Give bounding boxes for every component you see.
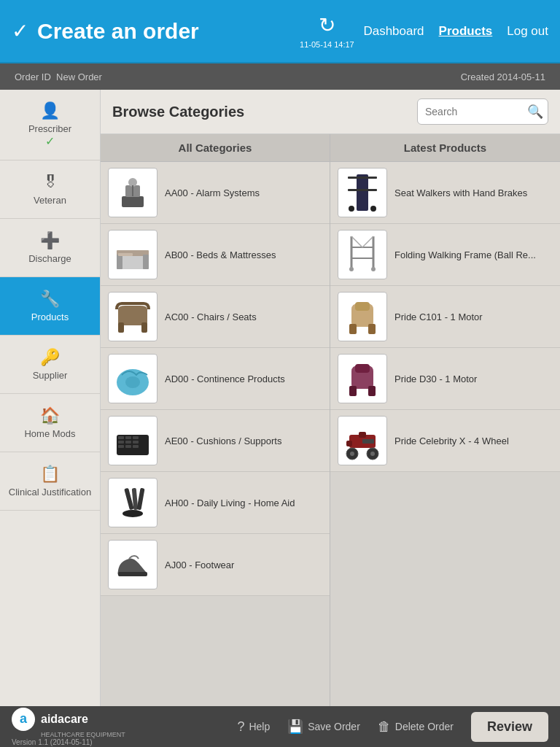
category-thumb-ae00	[108, 416, 158, 465]
sidebar-item-discharge[interactable]: ➕ Discharge	[0, 219, 100, 277]
header-center: ↻ 11-05-14 14:17	[290, 13, 363, 49]
header-datetime: 11-05-14 14:17	[300, 40, 354, 49]
svg-rect-22	[133, 445, 139, 448]
product-item-pride-c101[interactable]: Pride C101 - 1 Motor	[330, 286, 560, 348]
category-item-ae00[interactable]: AE00 - Cushions / Supports	[101, 410, 330, 472]
delete-order-button[interactable]: 🗑 Delete Order	[378, 719, 454, 735]
svg-rect-17	[118, 441, 124, 444]
footer: a aidacare HEALTHCARE EQUIPMENT Version …	[0, 706, 560, 747]
product-label-folding-frame: Folding Walking Frame (Ball Re...	[394, 249, 536, 260]
svg-rect-6	[117, 255, 122, 269]
svg-rect-49	[359, 432, 366, 438]
category-item-ac00[interactable]: AC00 - Chairs / Seats	[101, 286, 330, 348]
search-box[interactable]: 🔍	[417, 98, 548, 125]
product-label-pride-celebrity: Pride Celebrity X - 4 Wheel	[394, 436, 509, 446]
svg-point-26	[122, 510, 143, 517]
sidebar-label-supplier: Supplier	[33, 370, 68, 381]
category-label-ae00: AE00 - Cushions / Supports	[165, 436, 281, 446]
svg-rect-14	[118, 436, 124, 439]
sidebar-label-discharge: Discharge	[28, 253, 71, 264]
search-input[interactable]	[425, 106, 527, 117]
footer-logo: a aidacare HEALTHCARE EQUIPMENT Version …	[12, 708, 125, 746]
svg-point-32	[370, 206, 376, 212]
category-thumb-aa00	[108, 168, 158, 217]
footer-logo-image: a aidacare	[12, 708, 125, 731]
svg-rect-30	[348, 189, 377, 191]
header: ✓ Create an order ↻ 11-05-14 14:17 Dashb…	[0, 0, 560, 63]
sidebar-item-prescriber[interactable]: 👤 Prescriber ✓	[0, 90, 100, 160]
save-order-label: Save Order	[308, 721, 360, 732]
review-button[interactable]: Review	[471, 712, 548, 742]
help-icon: ?	[237, 719, 244, 735]
save-order-button[interactable]: 💾 Save Order	[287, 719, 360, 735]
category-thumb-ad00	[108, 354, 158, 403]
product-item-pride-celebrity[interactable]: Pride Celebrity X - 4 Wheel	[330, 410, 560, 472]
svg-rect-27	[118, 572, 147, 576]
sidebar-label-veteran: Veteran	[34, 195, 66, 206]
svg-rect-15	[125, 436, 131, 439]
category-item-ah00[interactable]: AH00 - Daily Living - Home Aid	[101, 472, 330, 534]
sidebar-item-supplier[interactable]: 🔑 Supplier	[0, 336, 100, 394]
svg-rect-44	[355, 364, 370, 373]
svg-rect-28	[357, 174, 368, 211]
delete-order-label: Delete Order	[395, 721, 454, 732]
footer-logo-text: aidacare	[41, 713, 88, 726]
browse-title: Browse Categories	[112, 104, 244, 120]
latest-products-header: Latest Products	[330, 134, 560, 162]
nav-logout[interactable]: Log out	[507, 24, 548, 39]
product-thumb-seat-walker	[338, 168, 387, 217]
svg-point-12	[125, 376, 140, 388]
all-categories-column: All Categories AA00 - Alarm Systems	[101, 134, 330, 706]
category-label-aa00: AA00 - Alarm Systems	[165, 187, 260, 198]
sidebar-label-products: Products	[31, 311, 69, 322]
product-label-seat-walker: Seat Walkers with Hand Brakes	[394, 187, 527, 198]
footer-logo-sub: HEALTHCARE EQUIPMENT	[41, 731, 125, 738]
nav-dashboard[interactable]: Dashboard	[363, 24, 424, 39]
help-button[interactable]: ? Help	[237, 719, 270, 735]
svg-rect-41	[355, 302, 370, 311]
category-item-aj00[interactable]: AJ00 - Footwear	[101, 534, 330, 596]
product-label-pride-c101: Pride C101 - 1 Motor	[394, 311, 483, 322]
page-title: Create an order	[37, 19, 290, 44]
main-layout: 👤 Prescriber ✓ 🎖 Veteran ➕ Discharge 🔧 P…	[0, 90, 560, 706]
svg-rect-19	[133, 441, 139, 444]
svg-rect-0	[122, 196, 144, 207]
svg-rect-10	[141, 322, 147, 333]
browse-header: Browse Categories 🔍	[101, 90, 560, 134]
prescriber-check-icon: ✓	[45, 134, 55, 148]
nav-products[interactable]: Products	[439, 24, 493, 39]
sidebar-item-veteran[interactable]: 🎖 Veteran	[0, 160, 100, 219]
footer-actions: ? Help 💾 Save Order 🗑 Delete Order Revie…	[237, 712, 548, 742]
search-icon: 🔍	[527, 104, 543, 120]
product-item-seat-walker[interactable]: Seat Walkers with Hand Brakes	[330, 162, 560, 224]
product-item-pride-d30[interactable]: Pride D30 - 1 Motor	[330, 348, 560, 410]
categories-container: All Categories AA00 - Alarm Systems	[101, 134, 560, 706]
svg-point-40	[371, 267, 376, 271]
product-thumb-pride-celebrity	[338, 416, 387, 465]
order-bar: Order ID New Order Created 2014-05-11	[0, 63, 560, 90]
svg-rect-16	[133, 436, 139, 439]
svg-rect-9	[118, 322, 124, 333]
sidebar-item-products[interactable]: 🔧 Products	[0, 277, 100, 336]
clinical-icon: 📋	[40, 465, 60, 484]
svg-rect-20	[118, 445, 124, 448]
order-id-label: Order ID New Order	[15, 71, 102, 82]
svg-rect-43	[368, 324, 376, 334]
product-thumb-pride-d30	[338, 354, 387, 403]
header-check-icon: ✓	[12, 19, 28, 43]
latest-products-column: Latest Products Seat Walkers with Hand B…	[330, 134, 560, 706]
created-label: Created 2014-05-11	[461, 71, 545, 82]
svg-line-38	[362, 236, 373, 247]
svg-rect-7	[143, 255, 149, 269]
category-label-ad00: AD00 - Continence Products	[165, 374, 285, 384]
category-item-ad00[interactable]: AD00 - Continence Products	[101, 348, 330, 410]
product-item-folding-frame[interactable]: Folding Walking Frame (Ball Re...	[330, 224, 560, 286]
category-thumb-ac00	[108, 292, 158, 341]
category-label-ab00: AB00 - Beds & Mattresses	[165, 249, 276, 260]
sidebar-item-home-mods[interactable]: 🏠 Home Mods	[0, 394, 100, 452]
category-item-ab00[interactable]: AB00 - Beds & Mattresses	[101, 224, 330, 286]
category-item-aa00[interactable]: AA00 - Alarm Systems	[101, 162, 330, 224]
sidebar-item-clinical-justification[interactable]: 📋 Clinical Justification	[0, 452, 100, 511]
svg-rect-25	[136, 488, 144, 511]
refresh-icon[interactable]: ↻	[319, 13, 335, 37]
